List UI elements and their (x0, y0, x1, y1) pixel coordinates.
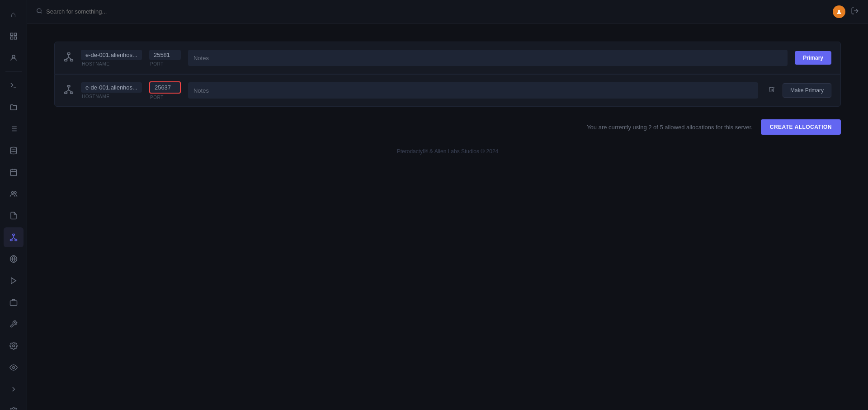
sidebar-item-eye[interactable] (4, 358, 24, 377)
svg-point-30 (12, 367, 14, 369)
footer-bar: You are currently using 2 of 5 allowed a… (54, 110, 841, 135)
sidebar-item-terminal[interactable] (4, 75, 24, 95)
topbar (27, 0, 868, 24)
avatar[interactable] (833, 5, 845, 18)
svg-line-23 (11, 238, 13, 240)
svg-point-18 (14, 192, 16, 194)
svg-marker-27 (11, 278, 16, 284)
allocation-row: e-de-001.alienhos... HOSTNAME 25581 PORT… (54, 42, 841, 74)
svg-rect-20 (10, 240, 12, 241)
sidebar-item-layers[interactable] (4, 26, 24, 46)
allocation-row-2: e-de-001.alienhos... HOSTNAME 25637 PORT… (54, 74, 841, 107)
port-label-2: PORT (149, 95, 181, 100)
svg-rect-21 (15, 240, 17, 241)
sidebar-item-calendar[interactable] (4, 162, 24, 182)
svg-point-34 (838, 9, 840, 12)
svg-rect-13 (10, 170, 17, 176)
sidebar-item-forward[interactable] (4, 379, 24, 399)
sidebar-item-list[interactable] (4, 119, 24, 139)
svg-line-47 (69, 90, 71, 92)
network-icon-2 (64, 85, 74, 97)
search-input[interactable] (46, 8, 146, 15)
hostname-value-2: e-de-001.alienhos... (81, 82, 142, 93)
svg-rect-3 (14, 37, 16, 39)
svg-line-46 (66, 90, 69, 92)
svg-line-40 (66, 57, 69, 59)
svg-point-4 (12, 55, 15, 58)
svg-point-12 (10, 147, 17, 150)
svg-rect-44 (71, 92, 73, 94)
svg-rect-36 (67, 52, 70, 54)
sidebar-item-folder[interactable] (4, 97, 24, 117)
port-label-1: PORT (149, 61, 181, 66)
sidebar-item-users[interactable] (4, 184, 24, 204)
delete-icon-2[interactable] (765, 83, 778, 98)
svg-line-41 (69, 57, 71, 59)
sidebar: ⌂ (0, 0, 27, 410)
content-area: e-de-001.alienhos... HOSTNAME 25581 PORT… (27, 24, 868, 410)
notes-input-1[interactable] (188, 50, 788, 66)
hostname-label-1: HOSTNAME (81, 61, 142, 66)
page-footer: Pterodactyl® & Alien Labs Studios © 2024 (54, 148, 841, 155)
create-allocation-button[interactable]: CREATE ALLOCATION (761, 119, 841, 135)
svg-line-24 (14, 238, 16, 240)
main-area: e-de-001.alienhos... HOSTNAME 25581 PORT… (27, 0, 868, 410)
svg-rect-1 (14, 33, 16, 35)
sidebar-bottom (0, 379, 27, 410)
sidebar-item-play[interactable] (4, 271, 24, 291)
svg-line-33 (41, 12, 42, 14)
sidebar-item-file[interactable] (4, 206, 24, 226)
svg-rect-2 (10, 37, 13, 39)
hostname-block-2: e-de-001.alienhos... HOSTNAME (81, 82, 142, 99)
hostname-block-1: e-de-001.alienhos... HOSTNAME (81, 50, 142, 66)
svg-rect-28 (10, 301, 17, 306)
make-primary-button-2[interactable]: Make Primary (783, 83, 831, 98)
port-block-2: 25637 PORT (149, 81, 181, 100)
sidebar-item-database[interactable] (4, 141, 24, 160)
sidebar-item-gear-bottom[interactable] (4, 401, 24, 410)
notes-input-2[interactable] (188, 82, 758, 99)
svg-point-17 (11, 192, 14, 194)
svg-rect-0 (10, 33, 13, 35)
svg-rect-19 (12, 234, 14, 236)
logout-icon[interactable] (851, 7, 859, 17)
svg-rect-38 (71, 59, 73, 61)
port-value-1: 25581 (149, 50, 181, 60)
svg-point-32 (37, 9, 41, 13)
port-block-1: 25581 PORT (149, 50, 181, 66)
hostname-label-2: HOSTNAME (81, 94, 142, 99)
allocations-list: e-de-001.alienhos... HOSTNAME 25581 PORT… (54, 42, 841, 107)
sidebar-item-network[interactable] (4, 227, 24, 247)
svg-point-29 (12, 345, 14, 347)
search-container (36, 8, 146, 15)
sidebar-divider-1 (5, 71, 22, 72)
svg-rect-37 (65, 59, 67, 61)
sidebar-item-settings-group[interactable] (4, 336, 24, 356)
topbar-right (833, 5, 859, 18)
sidebar-item-user[interactable] (4, 48, 24, 68)
usage-text: You are currently using 2 of 5 allowed a… (587, 124, 753, 131)
footer-text: Pterodactyl® & Alien Labs Studios © 2024 (397, 148, 498, 155)
sidebar-item-globe[interactable] (4, 249, 24, 269)
port-value-2: 25637 (149, 81, 181, 94)
primary-button-1[interactable]: Primary (795, 51, 831, 65)
sidebar-item-briefcase[interactable] (4, 292, 24, 312)
search-icon (36, 8, 42, 15)
svg-rect-43 (65, 92, 67, 94)
sidebar-top: ⌂ (0, 5, 27, 377)
hostname-value-1: e-de-001.alienhos... (81, 50, 142, 60)
sidebar-item-home[interactable]: ⌂ (4, 5, 24, 24)
network-icon-1 (64, 52, 74, 64)
sidebar-item-wrench[interactable] (4, 314, 24, 334)
row-actions-2: Make Primary (765, 83, 831, 98)
row-actions-1: Primary (795, 51, 831, 65)
svg-rect-42 (67, 85, 70, 87)
